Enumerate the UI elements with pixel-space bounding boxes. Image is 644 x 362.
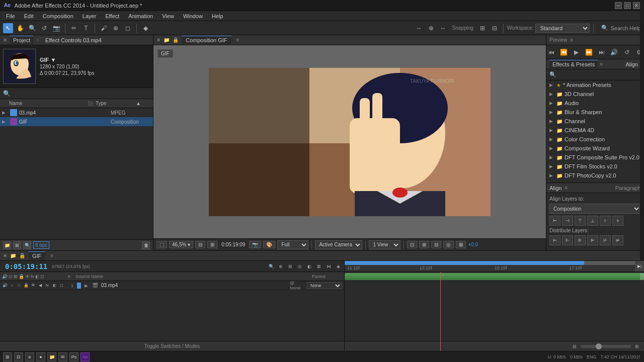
grid-btn[interactable]: ⊞ xyxy=(419,241,429,248)
dist-left-btn[interactable]: ⊨ xyxy=(549,235,560,245)
project-panel-close[interactable]: ✕ xyxy=(3,37,7,43)
edge-browser-btn[interactable]: e xyxy=(25,352,34,361)
workspace-dropdown[interactable]: Standard Animation Motion Tracking Paint… xyxy=(535,24,590,33)
stamp-tool[interactable]: ⊕ xyxy=(111,23,121,33)
align-bottom-btn[interactable]: ⊧ xyxy=(612,216,623,226)
dist-top-btn[interactable]: ⊫ xyxy=(587,235,598,245)
align-left-btn[interactable]: ⊢ xyxy=(549,216,560,226)
tl-search-btn[interactable]: 🔍 xyxy=(267,262,275,270)
menu-effect[interactable]: Effect xyxy=(101,12,123,20)
comp-tab-menu[interactable]: ≡ xyxy=(236,37,239,43)
layer-mb-icon[interactable]: ◐ xyxy=(51,283,57,289)
tl-graph-editor-btn[interactable]: ⋈ xyxy=(325,262,333,270)
comp-tab[interactable]: Composition GIF xyxy=(182,36,231,44)
layer-audio-icon[interactable]: 🔊 xyxy=(2,283,8,289)
clip-bar-1[interactable] xyxy=(345,273,644,280)
effects-item-color[interactable]: ▶ 📁 Color Correction xyxy=(546,135,644,144)
menu-edit[interactable]: Edit xyxy=(20,12,38,20)
effect-controls-tab[interactable]: Effect Controls 03.mp4 xyxy=(42,36,105,44)
effects-item-dft-film[interactable]: ▶ 📁 DFT Film Stocks v2.0 xyxy=(546,162,644,171)
zoom-slider[interactable] xyxy=(581,345,631,348)
playhead[interactable] xyxy=(440,272,441,351)
layer-vis-icon[interactable]: 👁 xyxy=(30,283,36,289)
layer-handles-btn[interactable]: ⊟ xyxy=(431,241,441,248)
bpc-display[interactable]: 8 bpc xyxy=(33,241,49,249)
tl-composition-btn[interactable]: ⊞ xyxy=(286,262,294,270)
timeline-close[interactable]: ✕ xyxy=(3,253,7,258)
zoom-dropdown[interactable]: 46,5% ▾ xyxy=(169,241,193,248)
camera-tool[interactable]: 📷 xyxy=(51,23,61,33)
work-area-active[interactable] xyxy=(345,261,584,265)
character-tab[interactable]: Align xyxy=(623,60,641,68)
taskview-btn[interactable]: ⊟ xyxy=(14,352,23,361)
quality-dropdown[interactable]: Full Half Third Quarter xyxy=(277,240,308,249)
layer-lock-icon[interactable]: 🔒 xyxy=(23,283,29,289)
align-left-btn[interactable]: ↔ xyxy=(414,23,424,33)
clip-end-handle-1[interactable] xyxy=(640,273,644,280)
view-dropdown[interactable]: 1 View 2 Views 4 Views xyxy=(369,240,400,249)
effects-search-input[interactable] xyxy=(558,72,641,78)
pen-tool[interactable]: ✏ xyxy=(69,23,79,33)
eraser-tool[interactable]: ◻ xyxy=(123,23,133,33)
snap-button[interactable]: ⊞ xyxy=(207,241,217,248)
menu-window[interactable]: Window xyxy=(179,12,207,20)
rotate-tool[interactable]: ↺ xyxy=(39,23,49,33)
effects-item-blur[interactable]: ▶ 📁 Blur & Sharpen xyxy=(546,108,644,117)
grid-toggle[interactable]: ⊟ xyxy=(490,23,500,33)
motion-blur-btn[interactable]: ◎ xyxy=(443,241,454,248)
align-center-btn[interactable]: ⊕ xyxy=(426,23,436,33)
chrome-btn[interactable]: ● xyxy=(36,352,45,361)
menu-animation[interactable]: Animation xyxy=(124,12,157,20)
align-vcenter-btn[interactable]: ⊦ xyxy=(600,216,611,226)
zoom-in-btn[interactable]: ⊞ xyxy=(633,342,641,350)
menu-file[interactable]: File xyxy=(2,12,19,20)
text-tool[interactable]: T xyxy=(81,23,91,33)
project-search-input[interactable] xyxy=(13,90,150,97)
select-tool[interactable]: ↖ xyxy=(3,23,13,33)
snapping-toggle[interactable]: ⊞ xyxy=(477,23,488,33)
menu-view[interactable]: View xyxy=(158,12,178,20)
project-item-mp4[interactable]: ▶ 03.mp4 MPEG xyxy=(0,108,153,117)
layer-adjust-icon[interactable]: ◻ xyxy=(58,283,64,289)
preview-loop[interactable]: ↺ xyxy=(622,47,631,57)
find-button[interactable]: 🔍 xyxy=(23,241,31,249)
dist-hcenter-btn[interactable]: ⊩ xyxy=(562,235,573,245)
layer-solo-icon[interactable]: ○ xyxy=(9,283,15,289)
safe-zones-btn[interactable]: ⊡ xyxy=(407,241,417,248)
effects-item-3dchannel[interactable]: ▶ 📁 3D Channel xyxy=(546,89,644,99)
hand-tool[interactable]: ✋ xyxy=(15,23,25,33)
preview-last-frame[interactable]: ⏭ xyxy=(597,47,606,57)
windows-start-btn[interactable]: ⊞ xyxy=(3,352,12,361)
new-comp-button[interactable]: ⊞ xyxy=(13,241,21,249)
brush-tool[interactable]: 🖌 xyxy=(99,23,109,33)
mail-btn[interactable]: ✉ xyxy=(58,352,67,361)
zoom-out-btn[interactable]: ⊟ xyxy=(571,342,579,350)
preview-panel-menu[interactable]: ≡ xyxy=(571,37,574,43)
preview-prev-frame[interactable]: ⏪ xyxy=(559,47,569,57)
current-time-display[interactable]: 0:05:19:11 xyxy=(2,262,50,270)
layer-fx-icon[interactable]: fx xyxy=(44,283,50,289)
effects-item-audio[interactable]: ▶ 📁 Audio xyxy=(546,99,644,108)
comp-close-icon[interactable]: ✕ xyxy=(156,37,160,43)
preview-audio[interactable]: 🔊 xyxy=(609,47,619,57)
zoom-tool[interactable]: 🔍 xyxy=(27,23,37,33)
timeline-tab[interactable]: GIF xyxy=(28,251,45,260)
align-menu[interactable]: ≡ xyxy=(565,185,568,191)
align-right-btn[interactable]: ⊤ xyxy=(575,216,586,226)
tl-motion-blur-btn[interactable]: ◐ xyxy=(305,262,313,270)
dist-right-btn[interactable]: ⊪ xyxy=(575,235,586,245)
toggle-switches-bar[interactable]: Toggle Switches / Modes xyxy=(0,341,344,351)
layer-3d-icon[interactable]: □ xyxy=(16,283,22,289)
ae-btn[interactable]: Ae xyxy=(80,352,90,361)
tl-draft-btn[interactable]: ◎ xyxy=(296,262,304,270)
explorer-btn[interactable]: 📁 xyxy=(47,352,56,361)
dist-vcenter-btn[interactable]: ⊬ xyxy=(600,235,611,245)
puppet-tool[interactable]: ◆ xyxy=(140,23,150,33)
effects-item-channel[interactable]: ▶ 📁 Channel xyxy=(546,117,644,126)
menu-layer[interactable]: Layer xyxy=(78,12,101,20)
effects-item-animation-presets[interactable]: ▶ ★ * Animation Presets xyxy=(546,80,644,89)
align-hcenter-btn[interactable]: ⊣ xyxy=(562,216,573,226)
align-right-btn[interactable]: ↔ xyxy=(438,23,448,33)
align-to-dropdown[interactable]: Composition Selection Layer xyxy=(549,204,641,214)
effects-presets-tab[interactable]: Effects & Presets xyxy=(549,60,598,68)
